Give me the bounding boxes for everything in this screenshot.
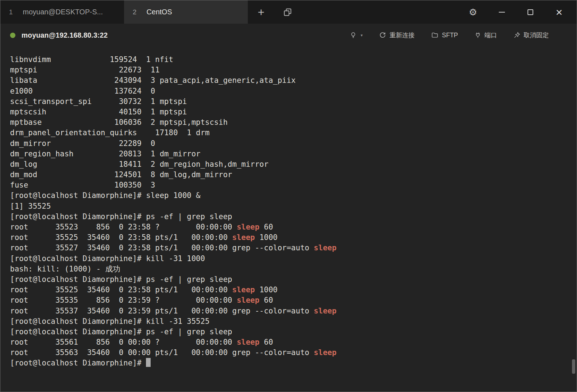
unpin-label: 取消固定 [524,31,549,39]
terminal-line: [root@localhost Diamorphine]# [10,358,569,368]
terminal-line: scsi_transport_spi 30732 1 mptspi [10,96,569,107]
pin-icon [514,32,520,39]
scrollbar-thumb[interactable] [572,359,575,374]
port-label: 端口 [484,31,497,39]
sftp-label: SFTP [442,32,458,39]
terminal-line: libnvdimm 159524 1 nfit [10,55,569,65]
overlapping-windows-icon [283,8,292,17]
terminal-line: root 35563 35460 0 00:00 pts/1 00:00:00 … [10,348,569,358]
terminal-line: root 35523 856 0 23:58 ? 00:00:00 sleep … [10,222,569,232]
connection-bar: moyuan@192.168.80.3:22 ▾ 重新连接 [0,24,577,47]
minimize-button[interactable] [496,6,508,18]
tab-title: moyuan@DESKTOP-S... [23,8,103,16]
terminal-line: root 35535 856 0 23:59 ? 00:00:00 sleep … [10,295,569,306]
close-button[interactable]: × [553,6,565,18]
unpin-button[interactable]: 取消固定 [514,31,549,39]
terminal-line: [root@localhost Diamorphine]# sleep 1000… [10,190,569,201]
tab-title: CentOS [147,8,172,16]
terminal-line: root 35527 35460 0 23:58 pts/1 00:00:00 … [10,243,569,253]
terminal-line: [root@localhost Diamorphine]# kill -31 1… [10,254,569,264]
reconnect-label: 重新连接 [389,31,415,39]
new-tab-button[interactable]: + [255,6,267,18]
terminal-line: drm_panel_orientation_quirks 17180 1 drm [10,128,569,138]
terminal-line: [root@localhost Diamorphine]# ps -ef | g… [10,212,569,222]
connection-status-dot [10,33,15,38]
terminal-line: dm_region_hash 20813 1 dm_mirror [10,149,569,159]
terminal-line: e1000 137624 0 [10,86,569,96]
plug-icon [474,32,481,39]
port-button[interactable]: 端口 [474,31,497,39]
tabbar-actions: + [255,0,294,24]
window-controls: ⚙ × [467,0,577,24]
close-icon: × [556,6,563,18]
tab-session-1[interactable]: 1 moyuan@DESKTOP-S... [0,0,124,24]
terminal-app-window: 1 moyuan@DESKTOP-S... 2 CentOS + ⚙ [0,0,577,392]
maximize-icon [528,9,533,15]
terminal-line: [root@localhost Diamorphine]# kill -31 3… [10,316,569,327]
chevron-down-icon: ▾ [361,33,363,38]
tab-layout-button[interactable] [282,6,294,18]
connection-actions: ▾ 重新连接 SFTP [350,31,549,39]
tab-number: 2 [133,8,137,16]
terminal-line: libata 243094 3 pata_acpi,ata_generic,at… [10,75,569,86]
terminal-line: fuse 100350 3 [10,180,569,190]
gear-icon: ⚙ [469,8,477,17]
tab-session-2[interactable]: 2 CentOS [124,0,248,24]
sftp-button[interactable]: SFTP [431,32,458,39]
terminal-line: root 35537 35460 0 23:59 pts/1 00:00:00 … [10,306,569,316]
terminal-line: [root@localhost Diamorphine]# ps -ef | g… [10,274,569,285]
terminal-line: bash: kill: (1000) - 成功 [10,264,569,274]
terminal-line: mptbase 106036 2 mptspi,mptscsih [10,117,569,128]
terminal-line: dm_mod 124501 8 dm_log,dm_mirror [10,170,569,180]
terminal-line: root 35525 35460 0 23:58 pts/1 00:00:00 … [10,232,569,243]
maximize-button[interactable] [524,6,536,18]
tab-bar: 1 moyuan@DESKTOP-S... 2 CentOS + ⚙ [0,0,577,24]
reload-icon [379,32,386,39]
tab-number: 1 [9,8,13,16]
terminal-cursor [146,358,151,367]
terminal-line: dm_log 18411 2 dm_region_hash,dm_mirror [10,159,569,170]
hints-dropdown-button[interactable]: ▾ [350,32,363,39]
plus-icon: + [258,6,265,18]
terminal-line: mptscsih 40150 1 mptspi [10,107,569,117]
terminal-line: root 35561 856 0 00:00 ? 00:00:00 sleep … [10,337,569,348]
terminal-line: root 35525 35460 0 23:58 pts/1 00:00:00 … [10,285,569,295]
lightbulb-icon [350,32,357,39]
terminal-output[interactable]: libnvdimm 159524 1 nfitmptspi 22673 11li… [0,47,577,392]
terminal-line: [root@localhost Diamorphine]# ps -ef | g… [10,327,569,337]
reconnect-button[interactable]: 重新连接 [379,31,415,39]
terminal-line: [1] 35525 [10,201,569,212]
terminal-line: dm_mirror 22289 0 [10,138,569,149]
minimize-icon [499,12,505,13]
settings-button[interactable]: ⚙ [467,6,479,18]
connection-host: moyuan@192.168.80.3:22 [22,31,108,39]
folder-icon [431,32,439,39]
terminal-line: mptspi 22673 11 [10,65,569,75]
